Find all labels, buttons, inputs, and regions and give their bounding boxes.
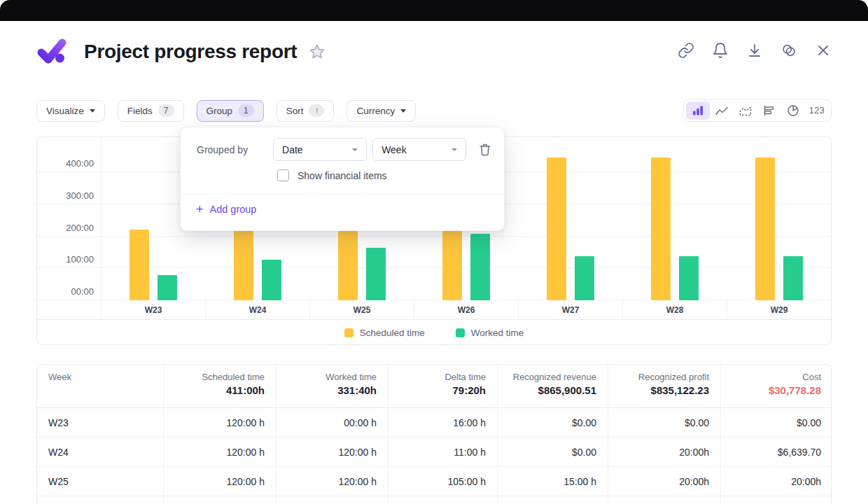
group-count-badge: 1 [238,104,254,117]
bar-W24-worked-time [262,260,281,300]
area-chart-view-button[interactable] [734,102,757,120]
popup-divider [181,194,504,195]
chevron-down-icon [400,109,406,113]
column-total: $865,900.51 [538,384,596,396]
y-tick-label: 00:00 [71,286,94,297]
favorite-star-icon[interactable] [308,43,326,61]
awork-logo-icon [36,36,71,67]
chevron-down-icon [90,109,95,113]
legend-item-scheduled-time[interactable]: Scheduled time [344,328,425,338]
legend-label: Worked time [471,328,524,338]
line-chart-view-button[interactable] [710,102,734,120]
table-cell: 20:00h [608,438,720,466]
bell-icon[interactable] [712,42,729,59]
table-cell [720,496,832,504]
group-field-select[interactable]: Date [273,138,367,161]
table-cell [276,496,388,504]
download-icon[interactable] [746,42,763,59]
grouped-by-label: Grouped by [197,144,273,155]
column-header-worked-time[interactable]: Worked time331:40h [276,365,388,407]
column-header-scheduled-time[interactable]: Scheduled time411:00h [163,365,276,407]
table-cell: 20:00h [608,467,720,496]
bar-W26-scheduled-time [442,230,462,300]
pie-chart-icon [786,104,800,117]
fields-count-badge: 7 [158,104,174,117]
fields-button[interactable]: Fields 7 [118,100,184,122]
table-cell: 120:00 h [276,438,388,466]
column-label: Scheduled time [202,372,265,382]
bar-chart-view-button[interactable] [686,102,710,120]
column-total: $835,122.23 [651,384,709,396]
column-label: Week [48,372,71,382]
column-label: Recognized profit [638,372,709,382]
bar-W26-worked-time [470,234,490,300]
numeric-view-button[interactable]: 123 [805,102,829,120]
link-icon[interactable] [678,42,694,59]
table-row-W24[interactable]: W24120:00 h120:00 h11:00 h$0.0020:00h$6,… [37,438,831,467]
pie-chart-view-button[interactable] [781,102,805,120]
sync-circles-icon[interactable] [780,42,797,59]
table-row-W23[interactable]: W23120:00 h00:00 h16:00 h$0.00$0.00$0.00 [37,408,831,438]
app-window: Project progress report [0,0,868,504]
table-row-W25[interactable]: W25120:00 h120:00 h105:00 h15:00 h20:00h… [37,467,831,496]
close-icon[interactable] [815,42,832,59]
grouped-by-row: Grouped by Date Week [197,138,493,161]
column-header-recognized-revenue[interactable]: Recognized revenue$865,900.51 [497,365,608,407]
currency-label: Currency [356,106,395,116]
currency-button[interactable]: Currency [346,100,416,122]
chart-x-axis: W23W24W25W26W27W28W29 [37,300,831,319]
table-header-row: WeekScheduled time411:00hWorked time331:… [37,365,831,408]
bar-W28-worked-time [679,256,699,300]
add-group-button[interactable]: + Add group [196,203,256,216]
group-label: Group [206,106,233,116]
bar-W28-scheduled-time [651,158,671,300]
group-interval-value: Week [382,144,407,155]
show-financial-items-checkbox[interactable] [277,169,289,181]
table-cell: 120:00 h [163,408,276,437]
table-cell: 120:00 h [163,467,276,496]
numeric-view-label: 123 [809,106,825,115]
hbar-chart-view-button[interactable] [757,102,781,120]
column-header-recognized-profit[interactable]: Recognized profit$835,122.23 [608,365,720,407]
fields-label: Fields [127,106,153,116]
table-cell: 11:00 h [388,438,497,466]
chart-view-switcher: 123 [683,99,832,122]
table-cell [163,496,276,504]
column-header-week[interactable]: Week [37,365,163,407]
table-cell: $0.00 [497,408,608,437]
visualize-button[interactable]: Visualize [36,100,105,122]
table-body: W23120:00 h00:00 h16:00 h$0.00$0.00$0.00… [37,408,831,496]
bar-W24-scheduled-time [234,229,253,300]
group-settings-popup: Grouped by Date Week Show financial item… [180,127,505,231]
legend-item-worked-time[interactable]: Worked time [456,328,524,338]
column-label: Cost [802,372,821,382]
x-axis-label-W27: W27 [518,300,622,319]
plus-icon: + [196,203,204,216]
bar-W27-worked-time [575,256,594,300]
table-row-partial[interactable] [37,496,831,504]
visualize-label: Visualize [46,106,84,116]
x-axis-label-W28: W28 [622,300,727,319]
table-cell: 15:00 h [497,467,608,496]
chevron-down-icon [352,148,358,151]
y-tick-label: 300:00 [66,190,94,201]
group-button[interactable]: Group 1 [197,100,264,122]
chart-legend: Scheduled timeWorked time [37,319,831,346]
table-cell: W23 [37,408,163,437]
column-total: 411:00h [226,384,265,396]
column-header-cost[interactable]: Cost$30,778.28 [720,365,832,407]
table-cell [37,496,163,504]
area-chart-icon [738,104,752,117]
group-field-value: Date [282,144,303,155]
bar-W23-worked-time [158,275,177,300]
table-cell: $0.00 [608,408,720,437]
financial-items-row: Show financial items [277,169,387,181]
chart-x-axis-corner [37,300,101,319]
column-header-delta-time[interactable]: Delta time79:20h [388,365,497,407]
table-cell [608,496,720,504]
trash-icon[interactable] [477,142,493,158]
x-axis-label-W26: W26 [414,300,518,319]
group-interval-select[interactable]: Week [372,138,466,161]
sort-button[interactable]: Sort ↑ [276,100,335,122]
table-cell: 00:00 h [276,408,388,437]
